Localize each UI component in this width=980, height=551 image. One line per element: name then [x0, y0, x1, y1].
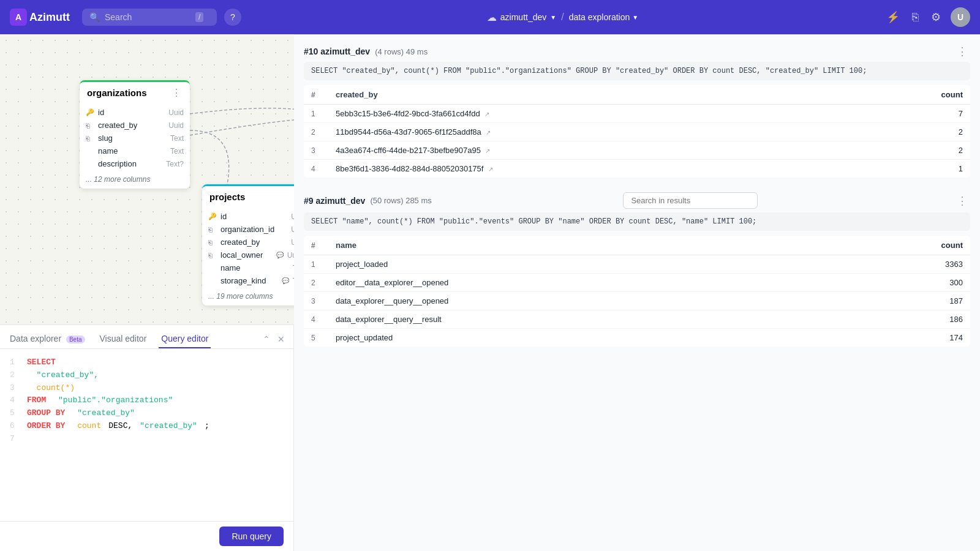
code-line-1: 1 SELECT — [10, 356, 284, 369]
tab-query-editor[interactable]: Query editor — [159, 330, 211, 348]
table-row: 5 project_updated 174 — [304, 329, 970, 347]
comment-icon: 💬 — [282, 277, 289, 284]
fk-icon: ⎗ — [86, 135, 94, 142]
table-row: 🔑 id Uuid — [80, 106, 190, 119]
result-more-button-9[interactable]: ⋮ — [954, 194, 970, 208]
cell-count: 1 — [858, 160, 970, 178]
code-line-6: 6 ORDER BY count DESC, "created_by"; — [10, 420, 284, 433]
code-line-3: 3 count(*) — [10, 382, 284, 395]
cell-count: 186 — [828, 310, 971, 329]
fk-icon: ⎗ — [208, 226, 217, 233]
cell-num: 3 — [304, 292, 328, 310]
help-button[interactable]: ? — [224, 9, 241, 26]
cell-count: 3363 — [828, 255, 971, 274]
fk-icon: ⎗ — [208, 239, 217, 246]
cell-num: 2 — [304, 274, 328, 292]
tab-label-data-explorer: Data explorer — [10, 334, 61, 343]
external-link-icon[interactable]: ↗ — [486, 129, 491, 136]
col-header-count: count — [828, 236, 971, 255]
table-body-organizations: 🔑 id Uuid ⎗ created_by Uuid ⎗ slug Text … — [80, 103, 190, 173]
result-table-10: # created_by count 1 5ebb3c15-b3e6-4fd2-… — [304, 85, 970, 178]
code-area[interactable]: 1 SELECT 2 "created_by", 3 count(*) 4 FR… — [0, 349, 293, 521]
cell-name: data_explorer__query__result — [328, 310, 828, 329]
cell-count: 187 — [828, 292, 971, 310]
table-row: 1 5ebb3c15-b3e6-4fd2-9bcd-3fa661cd4fdd ↗… — [304, 105, 970, 123]
fk-icon: ⎗ — [86, 122, 94, 129]
cell-created-by: 11bd9544-d56a-43d7-9065-6f1f25addf8a ↗ — [328, 123, 858, 141]
result-table-9: # name count 1 project_loaded 3363 2 edi… — [304, 236, 970, 347]
table-row: name Text — [80, 144, 190, 157]
panel-tabs: Data explorer Beta Visual editor Query e… — [0, 325, 293, 349]
search-in-results-input[interactable] — [623, 192, 758, 209]
tab-label-visual-editor: Visual editor — [100, 334, 147, 343]
cell-num: 2 — [304, 123, 328, 141]
main-area: organizations ⋮ 🔑 id Uuid ⎗ created_by U… — [0, 34, 980, 551]
table-title-organizations: organizations — [87, 88, 147, 98]
col-header-name: name — [328, 236, 828, 255]
share-button[interactable]: ⎘ — [910, 9, 921, 26]
center-nav: ☁ azimutt_dev ▼ / data exploration ▼ — [249, 12, 876, 23]
settings-button[interactable]: ⚙ — [929, 8, 943, 26]
table-more-organizations[interactable]: ... 12 more columns — [80, 173, 190, 189]
external-link-icon[interactable]: ↗ — [484, 111, 489, 118]
comment-icon: 💬 — [276, 252, 284, 258]
panel-actions: ⌃ ✕ — [262, 333, 286, 345]
cell-name: data_explorer__query__opened — [328, 292, 828, 310]
tab-visual-editor[interactable]: Visual editor — [97, 330, 149, 348]
table-card-organizations: organizations ⋮ 🔑 id Uuid ⎗ created_by U… — [80, 80, 190, 189]
col-header-num: # — [304, 236, 328, 255]
cell-num: 4 — [304, 160, 328, 178]
table-menu-organizations[interactable]: ⋮ — [170, 87, 183, 99]
slash-badge: / — [195, 12, 203, 22]
cell-num: 1 — [304, 255, 328, 274]
app-header: A Azimutt 🔍 / ? ☁ azimutt_dev ▼ / data e… — [0, 0, 980, 34]
table-row: 4 8be3f6d1-3836-4d82-884d-88052030175f ↗… — [304, 160, 970, 178]
cell-num: 1 — [304, 105, 328, 123]
lightning-button[interactable]: ⚡ — [884, 8, 902, 26]
search-input[interactable] — [105, 12, 190, 22]
result-sql-10: SELECT "created_by", count(*) FROM "publ… — [304, 62, 970, 80]
logo-icon: A — [10, 9, 27, 26]
table-row: ⎗ slug Text — [80, 132, 190, 144]
bottom-panel: Data explorer Beta Visual editor Query e… — [0, 324, 294, 551]
breadcrumb-separator: / — [561, 12, 564, 23]
cell-count: 174 — [828, 329, 971, 347]
cell-num: 4 — [304, 310, 328, 329]
collapse-panel-button[interactable]: ⌃ — [262, 333, 271, 345]
external-link-icon[interactable]: ↗ — [488, 166, 493, 173]
cell-created-by: 8be3f6d1-3836-4d82-884d-88052030175f ↗ — [328, 160, 858, 178]
query-editor-pane: 1 SELECT 2 "created_by", 3 count(*) 4 FR… — [0, 349, 293, 551]
table-row: 2 editor__data_explorer__opened 300 — [304, 274, 970, 292]
external-link-icon[interactable]: ↗ — [485, 148, 490, 154]
cloud-icon: ☁ — [487, 12, 497, 23]
cell-count: 2 — [858, 141, 970, 160]
code-line-4: 4 FROM "public"."organizations" — [10, 394, 284, 407]
code-line-5: 5 GROUP BY "created_by" — [10, 407, 284, 420]
table-row: 3 4a3ea674-cff6-44de-b217-3befbe907a95 ↗… — [304, 141, 970, 160]
close-panel-button[interactable]: ✕ — [276, 333, 286, 345]
table-row: 2 11bd9544-d56a-43d7-9065-6f1f25addf8a ↗… — [304, 123, 970, 141]
cell-name: project_loaded — [328, 255, 828, 274]
project-label: data exploration — [569, 12, 630, 22]
run-query-button[interactable]: Run query — [219, 527, 284, 546]
cell-count: 7 — [858, 105, 970, 123]
table-row: description Text? — [80, 157, 190, 170]
result-meta-10: (4 rows) 49 ms — [375, 47, 428, 56]
workspace-selector[interactable]: ☁ azimutt_dev ▼ — [487, 12, 556, 23]
result-more-button-10[interactable]: ⋮ — [954, 45, 970, 58]
cell-count: 2 — [858, 123, 970, 141]
code-line-7: 7 — [10, 433, 284, 446]
run-query-bar: Run query — [0, 521, 293, 551]
search-box[interactable]: 🔍 / — [82, 9, 217, 26]
key-icon: 🔑 — [86, 108, 94, 116]
beta-badge: Beta — [66, 335, 85, 343]
table-title-projects: projects — [209, 192, 245, 202]
app-logo[interactable]: A Azimutt — [10, 9, 70, 26]
user-avatar[interactable]: U — [951, 7, 970, 27]
results-panel[interactable]: #10 azimutt_dev (4 rows) 49 ms ⋮ SELECT … — [294, 34, 980, 551]
result-id-9: #9 azimutt_dev — [304, 196, 365, 206]
tab-data-explorer[interactable]: Data explorer Beta — [7, 330, 88, 348]
project-selector[interactable]: data exploration ▼ — [569, 12, 639, 22]
diagram-canvas[interactable]: organizations ⋮ 🔑 id Uuid ⎗ created_by U… — [0, 34, 980, 551]
col-header-count: count — [858, 85, 970, 105]
